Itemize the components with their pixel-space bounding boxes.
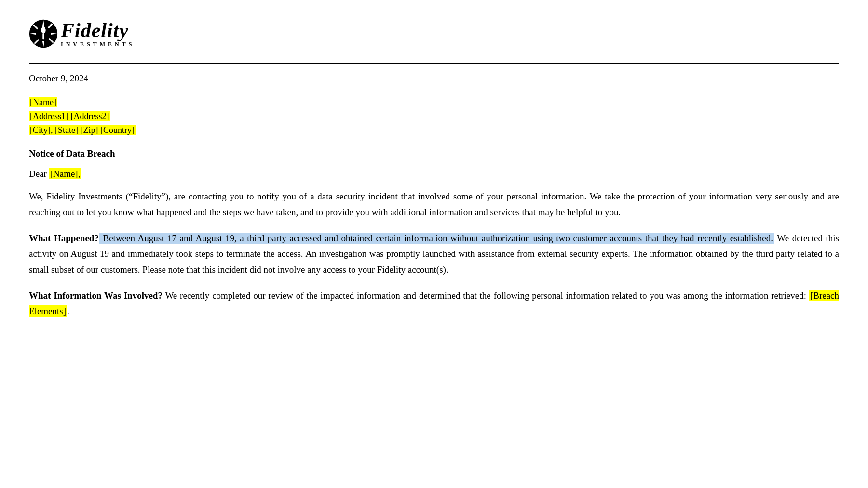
paragraph-what-information: What Information Was Involved? We recent… (29, 288, 839, 319)
svg-rect-10 (42, 33, 44, 39)
breach-elements-suffix: . (67, 306, 69, 316)
paragraph-what-happened: What Happened? Between August 17 and Aug… (29, 231, 839, 277)
paragraph-intro: We, Fidelity Investments (“Fidelity”), a… (29, 189, 839, 220)
logo-section: Fidelity INVESTMENTS (29, 19, 839, 48)
notice-title: Notice of Data Breach (29, 148, 839, 159)
address-field: [Address1] [Address2] (29, 111, 110, 121)
logo-text-block: Fidelity INVESTMENTS (61, 20, 135, 47)
header-divider (29, 63, 839, 64)
salutation-prefix: Dear (29, 169, 49, 179)
name-field: [Name] (29, 97, 57, 107)
logo-investments-text: INVESTMENTS (61, 41, 135, 47)
city-state-zip-line: [City], [State] [Zip] [Country] (29, 123, 839, 137)
logo-fidelity-text: Fidelity (61, 20, 135, 40)
salutation: Dear [Name], (29, 169, 839, 179)
fidelity-icon (29, 19, 58, 48)
letter-date: October 9, 2024 (29, 73, 839, 84)
address-line: [Address1] [Address2] (29, 109, 839, 123)
recipient-name: [Name] (29, 95, 839, 109)
what-info-text: We recently completed our review of the … (163, 290, 809, 301)
fidelity-logo: Fidelity INVESTMENTS (29, 19, 839, 48)
address-block: [Name] [Address1] [Address2] [City], [St… (29, 95, 839, 137)
salutation-name: [Name], (49, 168, 81, 179)
what-happened-heading: What Happened? (29, 233, 99, 243)
what-info-heading: What Information Was Involved? (29, 290, 163, 301)
city-state-zip-field: [City], [State] [Zip] [Country] (29, 125, 136, 135)
what-happened-highlighted: Between August 17 and August 19, a third… (99, 233, 774, 244)
